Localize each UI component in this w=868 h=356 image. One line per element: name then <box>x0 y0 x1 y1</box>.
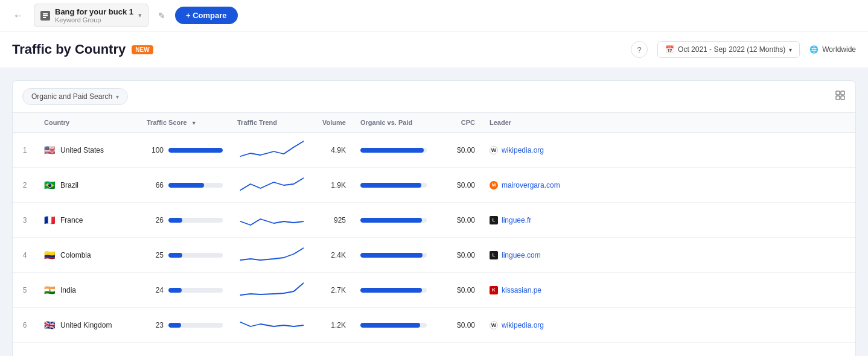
cpc-cell: $0.00 <box>434 308 482 343</box>
country-name: Colombia <box>60 251 91 259</box>
leader-name[interactable]: linguee.com <box>502 251 541 259</box>
cpc-cell: $0.00 <box>434 133 482 168</box>
edit-button[interactable]: ✎ <box>156 8 168 23</box>
top-bar: ← Bang for your buck 1 Keyword Group ▾ ✎… <box>0 0 868 31</box>
trend-cell <box>230 308 311 343</box>
help-button[interactable]: ? <box>631 41 648 58</box>
worldwide-button[interactable]: 🌐 Worldwide <box>809 45 856 54</box>
country-cell: 🇵🇭 Philippines <box>37 343 139 357</box>
country-flag: 🇬🇧 <box>44 320 56 331</box>
score-bar <box>168 253 223 258</box>
organic-bar-fill <box>360 183 421 188</box>
keyword-group-sub: Keyword Group <box>55 16 133 24</box>
score-bar <box>168 148 223 153</box>
country-cell: 🇫🇷 France <box>37 203 139 238</box>
table-row: 6 🇬🇧 United Kingdom 23 1.2K $0.00 <box>13 308 855 343</box>
cpc-cell: $0.00 <box>434 343 482 357</box>
cpc-cell: $0.00 <box>434 168 482 203</box>
score-value: 100 <box>147 146 164 154</box>
leader-name[interactable]: wikipedia.org <box>502 146 544 154</box>
filter-dropdown[interactable]: Organic and Paid Search ▾ <box>22 88 128 105</box>
trend-cell <box>230 203 311 238</box>
score-bar-fill <box>168 323 181 328</box>
leader-name[interactable]: wikipedia.org <box>502 321 544 329</box>
organic-bar <box>360 218 427 223</box>
export-button[interactable] <box>835 90 846 103</box>
table-row: 2 🇧🇷 Brazil 66 1.9K $0.00 <box>13 168 855 203</box>
col-header-country[interactable]: Country <box>37 113 139 133</box>
score-bar <box>168 218 223 223</box>
calendar-icon: 📅 <box>665 45 674 54</box>
country-flag: 🇨🇴 <box>44 250 56 261</box>
organic-bar-fill <box>360 253 423 258</box>
organic-bar <box>360 148 427 153</box>
organic-bar <box>360 253 427 258</box>
volume-cell: 1K <box>311 343 353 357</box>
col-header-volume[interactable]: Volume <box>311 113 353 133</box>
score-bar <box>168 323 223 328</box>
leader-name[interactable]: mairovergara.com <box>502 181 560 189</box>
country-cell: 🇺🇸 United States <box>37 133 139 168</box>
keyword-group-badge[interactable]: Bang for your buck 1 Keyword Group ▾ <box>34 4 148 27</box>
organic-bar <box>360 323 427 328</box>
rank-cell: 4 <box>13 238 37 273</box>
organic-bar <box>360 183 427 188</box>
page-title-area: Traffic by Country NEW <box>12 42 153 57</box>
trend-cell <box>230 168 311 203</box>
table-row: 7 🇵🇭 Philippines 23 1K $0.00 <box>13 343 855 357</box>
date-range-button[interactable]: 📅 Oct 2021 - Sep 2022 (12 Months) ▾ <box>657 41 800 58</box>
rank-cell: 2 <box>13 168 37 203</box>
score-bar-fill <box>168 183 204 188</box>
organic-bar-fill <box>360 148 424 153</box>
country-cell: 🇨🇴 Colombia <box>37 238 139 273</box>
country-name: Brazil <box>60 181 78 189</box>
new-badge: NEW <box>132 45 153 54</box>
leader-name[interactable]: linguee.fr <box>502 216 531 224</box>
keyword-group-text: Bang for your buck 1 Keyword Group <box>55 7 133 24</box>
volume-cell: 4.9K <box>311 133 353 168</box>
date-range-label: Oct 2021 - Sep 2022 (12 Months) <box>678 45 785 54</box>
col-header-organic-vs-paid[interactable]: Organic vs. Paid <box>353 113 434 133</box>
rank-cell: 7 <box>13 343 37 357</box>
chevron-down-icon: ▾ <box>789 46 792 53</box>
organic-bar <box>360 288 427 293</box>
trend-cell <box>230 238 311 273</box>
rank-cell: 1 <box>13 133 37 168</box>
organic-cell <box>353 238 434 273</box>
country-name: United States <box>60 146 104 154</box>
volume-cell: 1.9K <box>311 168 353 203</box>
leader-cell: C cambridge.org <box>482 343 855 357</box>
compare-button[interactable]: + Compare <box>175 7 238 24</box>
volume-cell: 1.2K <box>311 308 353 343</box>
trend-cell <box>230 273 311 308</box>
rank-cell: 6 <box>13 308 37 343</box>
organic-bar-fill <box>360 218 422 223</box>
globe-icon: 🌐 <box>809 45 819 54</box>
country-name: France <box>60 216 83 224</box>
col-header-cpc[interactable]: CPC <box>434 113 482 133</box>
table-row: 1 🇺🇸 United States 100 4.9K $0.00 <box>13 133 855 168</box>
leader-cell: M mairovergara.com <box>482 168 855 203</box>
table-toolbar: Organic and Paid Search ▾ <box>13 81 855 113</box>
score-bar <box>168 288 223 293</box>
score-cell: 25 <box>139 238 230 273</box>
svg-rect-0 <box>43 13 48 14</box>
country-name: India <box>60 286 76 294</box>
chevron-down-icon: ▾ <box>138 11 142 19</box>
score-cell: 26 <box>139 203 230 238</box>
sort-icon: ▼ <box>191 120 197 126</box>
cpc-cell: $0.00 <box>434 203 482 238</box>
data-table: Country Traffic Score ▼ Traffic Trend Vo… <box>13 113 855 356</box>
col-header-traffic-trend[interactable]: Traffic Trend <box>230 113 311 133</box>
col-header-leader[interactable]: Leader <box>482 113 855 133</box>
back-button[interactable]: ← <box>10 7 27 24</box>
rank-cell: 3 <box>13 203 37 238</box>
table-header-row: Country Traffic Score ▼ Traffic Trend Vo… <box>13 113 855 133</box>
organic-cell <box>353 168 434 203</box>
col-header-traffic-score[interactable]: Traffic Score ▼ <box>139 113 230 133</box>
table-row: 5 🇮🇳 India 24 2.7K $0.00 <box>13 273 855 308</box>
country-flag: 🇧🇷 <box>44 180 56 191</box>
country-cell: 🇧🇷 Brazil <box>37 168 139 203</box>
leader-name[interactable]: kissasian.pe <box>502 286 541 294</box>
svg-rect-6 <box>841 96 844 100</box>
